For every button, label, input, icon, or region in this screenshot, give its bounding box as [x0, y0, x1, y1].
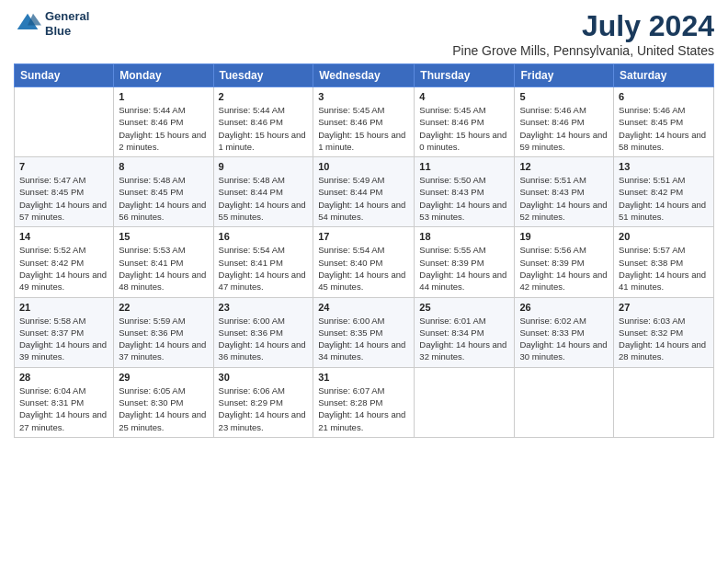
- table-row: 20 Sunrise: 5:57 AMSunset: 8:38 PMDaylig…: [614, 227, 714, 297]
- cell-info: Sunrise: 6:06 AMSunset: 8:29 PMDaylight:…: [219, 385, 309, 433]
- col-thursday: Thursday: [415, 64, 515, 87]
- logo: General Blue: [14, 9, 89, 38]
- table-row: 27 Sunrise: 6:03 AMSunset: 8:32 PMDaylig…: [614, 297, 714, 367]
- cell-info: Sunrise: 5:53 AMSunset: 8:41 PMDaylight:…: [119, 244, 208, 293]
- calendar-table: Sunday Monday Tuesday Wednesday Thursday…: [14, 63, 714, 438]
- cell-info: Sunrise: 6:01 AMSunset: 8:34 PMDaylight:…: [419, 315, 509, 363]
- table-row: 14 Sunrise: 5:52 AMSunset: 8:42 PMDaylig…: [15, 227, 114, 297]
- cell-date: 11: [419, 161, 509, 172]
- table-row: 26 Sunrise: 6:02 AMSunset: 8:33 PMDaylig…: [515, 297, 614, 367]
- week-row-2: 14 Sunrise: 5:52 AMSunset: 8:42 PMDaylig…: [15, 227, 714, 297]
- cell-info: Sunrise: 5:50 AMSunset: 8:43 PMDaylight:…: [419, 174, 509, 223]
- table-row: 30 Sunrise: 6:06 AMSunset: 8:29 PMDaylig…: [213, 367, 313, 437]
- table-row: 25 Sunrise: 6:01 AMSunset: 8:34 PMDaylig…: [415, 297, 515, 367]
- cell-date: 13: [619, 161, 709, 172]
- col-wednesday: Wednesday: [313, 64, 415, 87]
- table-row: 1 Sunrise: 5:44 AMSunset: 8:46 PMDayligh…: [114, 87, 213, 157]
- table-row: [15, 87, 114, 157]
- cell-info: Sunrise: 6:03 AMSunset: 8:32 PMDaylight:…: [619, 315, 709, 363]
- col-monday: Monday: [114, 64, 213, 87]
- cell-info: Sunrise: 5:58 AMSunset: 8:37 PMDaylight:…: [19, 315, 108, 363]
- cell-date: 5: [519, 91, 609, 102]
- week-row-3: 21 Sunrise: 5:58 AMSunset: 8:37 PMDaylig…: [15, 297, 714, 367]
- table-row: 6 Sunrise: 5:46 AMSunset: 8:45 PMDayligh…: [614, 87, 714, 157]
- table-row: 22 Sunrise: 5:59 AMSunset: 8:36 PMDaylig…: [114, 297, 213, 367]
- table-row: 31 Sunrise: 6:07 AMSunset: 8:28 PMDaylig…: [313, 367, 415, 437]
- cell-info: Sunrise: 5:59 AMSunset: 8:36 PMDaylight:…: [119, 315, 208, 363]
- cell-date: 1: [119, 91, 208, 102]
- week-row-1: 7 Sunrise: 5:47 AMSunset: 8:45 PMDayligh…: [15, 157, 714, 227]
- table-row: 13 Sunrise: 5:51 AMSunset: 8:42 PMDaylig…: [614, 157, 714, 227]
- table-row: 11 Sunrise: 5:50 AMSunset: 8:43 PMDaylig…: [415, 157, 515, 227]
- cell-info: Sunrise: 5:44 AMSunset: 8:46 PMDaylight:…: [219, 104, 309, 153]
- cell-info: Sunrise: 6:05 AMSunset: 8:30 PMDaylight:…: [119, 385, 208, 433]
- cell-info: Sunrise: 6:07 AMSunset: 8:28 PMDaylight:…: [318, 385, 409, 433]
- cell-date: 8: [119, 161, 208, 172]
- logo-icon: [14, 10, 41, 38]
- cell-info: Sunrise: 5:45 AMSunset: 8:46 PMDaylight:…: [318, 104, 409, 153]
- col-sunday: Sunday: [15, 64, 114, 87]
- cell-date: 3: [318, 91, 409, 102]
- cell-date: 16: [219, 231, 309, 242]
- cell-info: Sunrise: 5:55 AMSunset: 8:39 PMDaylight:…: [419, 244, 509, 293]
- cell-date: 2: [219, 91, 309, 102]
- cell-date: 10: [318, 161, 409, 172]
- table-row: 9 Sunrise: 5:48 AMSunset: 8:44 PMDayligh…: [213, 157, 313, 227]
- table-row: [614, 367, 714, 437]
- cell-info: Sunrise: 5:54 AMSunset: 8:40 PMDaylight:…: [318, 244, 409, 293]
- cell-info: Sunrise: 6:04 AMSunset: 8:31 PMDaylight:…: [19, 385, 108, 433]
- logo-line1: General: [45, 9, 89, 24]
- cell-info: Sunrise: 5:54 AMSunset: 8:41 PMDaylight:…: [219, 244, 309, 293]
- cell-info: Sunrise: 5:44 AMSunset: 8:46 PMDaylight:…: [119, 104, 208, 153]
- page: General Blue July 2024 Pine Grove Mills,…: [0, 0, 728, 563]
- table-row: 8 Sunrise: 5:48 AMSunset: 8:45 PMDayligh…: [114, 157, 213, 227]
- cell-date: 14: [19, 231, 108, 242]
- cell-date: 29: [119, 372, 208, 383]
- cell-date: 15: [119, 231, 208, 242]
- cell-info: Sunrise: 5:49 AMSunset: 8:44 PMDaylight:…: [318, 174, 409, 223]
- header: General Blue July 2024 Pine Grove Mills,…: [14, 9, 714, 58]
- table-row: 4 Sunrise: 5:45 AMSunset: 8:46 PMDayligh…: [415, 87, 515, 157]
- cell-date: 22: [119, 302, 208, 313]
- cell-info: Sunrise: 5:52 AMSunset: 8:42 PMDaylight:…: [19, 244, 108, 293]
- cell-date: 31: [318, 372, 409, 383]
- cell-info: Sunrise: 5:46 AMSunset: 8:45 PMDaylight:…: [619, 104, 709, 153]
- cell-info: Sunrise: 5:45 AMSunset: 8:46 PMDaylight:…: [419, 104, 509, 153]
- table-row: 29 Sunrise: 6:05 AMSunset: 8:30 PMDaylig…: [114, 367, 213, 437]
- cell-date: 30: [219, 372, 309, 383]
- col-tuesday: Tuesday: [213, 64, 313, 87]
- logo-text: General Blue: [45, 9, 89, 38]
- cell-date: 24: [318, 302, 409, 313]
- cell-date: 17: [318, 231, 409, 242]
- cell-date: 18: [419, 231, 509, 242]
- table-row: 5 Sunrise: 5:46 AMSunset: 8:46 PMDayligh…: [515, 87, 614, 157]
- subtitle: Pine Grove Mills, Pennsylvania, United S…: [452, 43, 714, 58]
- cell-info: Sunrise: 6:02 AMSunset: 8:33 PMDaylight:…: [519, 315, 609, 363]
- cell-date: 9: [219, 161, 309, 172]
- table-row: 28 Sunrise: 6:04 AMSunset: 8:31 PMDaylig…: [15, 367, 114, 437]
- cell-info: Sunrise: 6:00 AMSunset: 8:35 PMDaylight:…: [318, 315, 409, 363]
- cell-date: 19: [519, 231, 609, 242]
- col-friday: Friday: [515, 64, 614, 87]
- cell-info: Sunrise: 6:00 AMSunset: 8:36 PMDaylight:…: [219, 315, 309, 363]
- cell-date: 26: [519, 302, 609, 313]
- cell-info: Sunrise: 5:56 AMSunset: 8:39 PMDaylight:…: [519, 244, 609, 293]
- cell-date: 7: [19, 161, 108, 172]
- cell-info: Sunrise: 5:51 AMSunset: 8:42 PMDaylight:…: [619, 174, 709, 223]
- cell-info: Sunrise: 5:47 AMSunset: 8:45 PMDaylight:…: [19, 174, 108, 223]
- table-row: 7 Sunrise: 5:47 AMSunset: 8:45 PMDayligh…: [15, 157, 114, 227]
- table-row: 17 Sunrise: 5:54 AMSunset: 8:40 PMDaylig…: [313, 227, 415, 297]
- cell-date: 20: [619, 231, 709, 242]
- cell-date: 12: [519, 161, 609, 172]
- table-row: [515, 367, 614, 437]
- table-row: 15 Sunrise: 5:53 AMSunset: 8:41 PMDaylig…: [114, 227, 213, 297]
- week-row-0: 1 Sunrise: 5:44 AMSunset: 8:46 PMDayligh…: [15, 87, 714, 157]
- cell-date: 23: [219, 302, 309, 313]
- cell-info: Sunrise: 5:46 AMSunset: 8:46 PMDaylight:…: [519, 104, 609, 153]
- week-row-4: 28 Sunrise: 6:04 AMSunset: 8:31 PMDaylig…: [15, 367, 714, 437]
- table-row: 23 Sunrise: 6:00 AMSunset: 8:36 PMDaylig…: [213, 297, 313, 367]
- table-row: 2 Sunrise: 5:44 AMSunset: 8:46 PMDayligh…: [213, 87, 313, 157]
- cell-date: 25: [419, 302, 509, 313]
- cell-info: Sunrise: 5:48 AMSunset: 8:44 PMDaylight:…: [219, 174, 309, 223]
- table-row: 19 Sunrise: 5:56 AMSunset: 8:39 PMDaylig…: [515, 227, 614, 297]
